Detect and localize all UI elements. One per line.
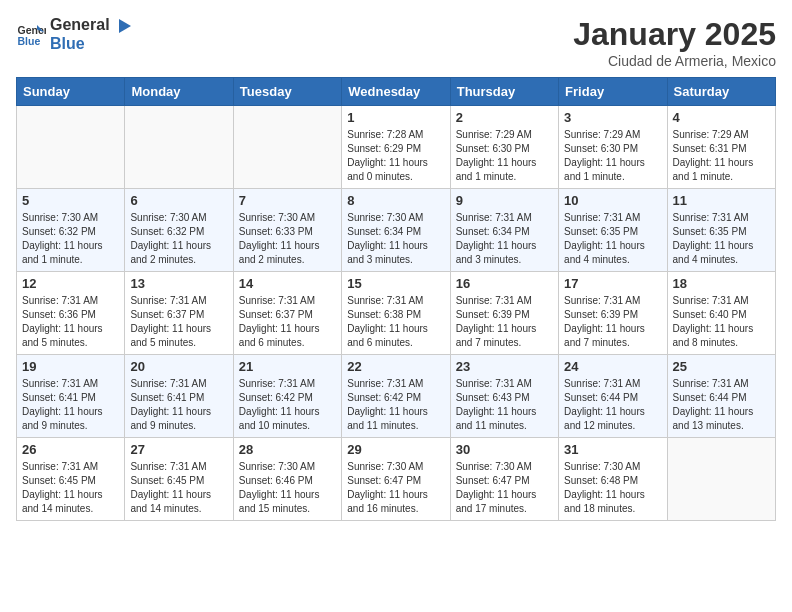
calendar-table: Sunday Monday Tuesday Wednesday Thursday… (16, 77, 776, 521)
day-number: 5 (22, 193, 119, 208)
day-number: 16 (456, 276, 553, 291)
day-number: 2 (456, 110, 553, 125)
day-number: 4 (673, 110, 770, 125)
calendar-cell: 12Sunrise: 7:31 AM Sunset: 6:36 PM Dayli… (17, 272, 125, 355)
calendar-cell: 20Sunrise: 7:31 AM Sunset: 6:41 PM Dayli… (125, 355, 233, 438)
calendar-cell: 24Sunrise: 7:31 AM Sunset: 6:44 PM Dayli… (559, 355, 667, 438)
day-number: 25 (673, 359, 770, 374)
calendar-week-2: 5Sunrise: 7:30 AM Sunset: 6:32 PM Daylig… (17, 189, 776, 272)
col-thursday: Thursday (450, 78, 558, 106)
day-number: 21 (239, 359, 336, 374)
day-info: Sunrise: 7:31 AM Sunset: 6:37 PM Dayligh… (239, 294, 336, 350)
day-number: 18 (673, 276, 770, 291)
calendar-week-3: 12Sunrise: 7:31 AM Sunset: 6:36 PM Dayli… (17, 272, 776, 355)
day-info: Sunrise: 7:30 AM Sunset: 6:33 PM Dayligh… (239, 211, 336, 267)
calendar-cell: 28Sunrise: 7:30 AM Sunset: 6:46 PM Dayli… (233, 438, 341, 521)
day-info: Sunrise: 7:31 AM Sunset: 6:45 PM Dayligh… (130, 460, 227, 516)
day-info: Sunrise: 7:31 AM Sunset: 6:36 PM Dayligh… (22, 294, 119, 350)
day-number: 9 (456, 193, 553, 208)
calendar-cell: 31Sunrise: 7:30 AM Sunset: 6:48 PM Dayli… (559, 438, 667, 521)
day-info: Sunrise: 7:30 AM Sunset: 6:47 PM Dayligh… (347, 460, 444, 516)
day-info: Sunrise: 7:31 AM Sunset: 6:34 PM Dayligh… (456, 211, 553, 267)
title-area: January 2025 Ciudad de Armeria, Mexico (573, 16, 776, 69)
day-info: Sunrise: 7:31 AM Sunset: 6:35 PM Dayligh… (564, 211, 661, 267)
day-info: Sunrise: 7:29 AM Sunset: 6:30 PM Dayligh… (456, 128, 553, 184)
day-number: 26 (22, 442, 119, 457)
calendar-cell: 21Sunrise: 7:31 AM Sunset: 6:42 PM Dayli… (233, 355, 341, 438)
page-header: General Blue General Blue January 2025 C… (16, 16, 776, 69)
calendar-cell: 4Sunrise: 7:29 AM Sunset: 6:31 PM Daylig… (667, 106, 775, 189)
day-info: Sunrise: 7:29 AM Sunset: 6:30 PM Dayligh… (564, 128, 661, 184)
calendar-cell: 19Sunrise: 7:31 AM Sunset: 6:41 PM Dayli… (17, 355, 125, 438)
day-number: 8 (347, 193, 444, 208)
day-number: 10 (564, 193, 661, 208)
day-info: Sunrise: 7:30 AM Sunset: 6:46 PM Dayligh… (239, 460, 336, 516)
day-info: Sunrise: 7:30 AM Sunset: 6:47 PM Dayligh… (456, 460, 553, 516)
svg-text:Blue: Blue (18, 35, 41, 47)
calendar-cell: 22Sunrise: 7:31 AM Sunset: 6:42 PM Dayli… (342, 355, 450, 438)
day-number: 29 (347, 442, 444, 457)
calendar-cell: 17Sunrise: 7:31 AM Sunset: 6:39 PM Dayli… (559, 272, 667, 355)
day-number: 12 (22, 276, 119, 291)
svg-marker-2 (119, 19, 131, 33)
calendar-cell: 5Sunrise: 7:30 AM Sunset: 6:32 PM Daylig… (17, 189, 125, 272)
calendar-cell: 3Sunrise: 7:29 AM Sunset: 6:30 PM Daylig… (559, 106, 667, 189)
calendar-cell (125, 106, 233, 189)
day-info: Sunrise: 7:31 AM Sunset: 6:37 PM Dayligh… (130, 294, 227, 350)
calendar-week-4: 19Sunrise: 7:31 AM Sunset: 6:41 PM Dayli… (17, 355, 776, 438)
logo-blue-text: Blue (50, 35, 85, 52)
day-number: 23 (456, 359, 553, 374)
calendar-cell: 15Sunrise: 7:31 AM Sunset: 6:38 PM Dayli… (342, 272, 450, 355)
logo-arrow-icon (115, 17, 133, 35)
calendar-cell: 27Sunrise: 7:31 AM Sunset: 6:45 PM Dayli… (125, 438, 233, 521)
day-info: Sunrise: 7:31 AM Sunset: 6:41 PM Dayligh… (130, 377, 227, 433)
day-number: 19 (22, 359, 119, 374)
day-number: 1 (347, 110, 444, 125)
col-sunday: Sunday (17, 78, 125, 106)
day-info: Sunrise: 7:31 AM Sunset: 6:42 PM Dayligh… (347, 377, 444, 433)
calendar-cell: 30Sunrise: 7:30 AM Sunset: 6:47 PM Dayli… (450, 438, 558, 521)
calendar-week-5: 26Sunrise: 7:31 AM Sunset: 6:45 PM Dayli… (17, 438, 776, 521)
day-info: Sunrise: 7:31 AM Sunset: 6:41 PM Dayligh… (22, 377, 119, 433)
day-info: Sunrise: 7:31 AM Sunset: 6:35 PM Dayligh… (673, 211, 770, 267)
location-subtitle: Ciudad de Armeria, Mexico (573, 53, 776, 69)
calendar-cell: 1Sunrise: 7:28 AM Sunset: 6:29 PM Daylig… (342, 106, 450, 189)
calendar-cell: 7Sunrise: 7:30 AM Sunset: 6:33 PM Daylig… (233, 189, 341, 272)
day-number: 11 (673, 193, 770, 208)
calendar-cell: 8Sunrise: 7:30 AM Sunset: 6:34 PM Daylig… (342, 189, 450, 272)
calendar-cell: 11Sunrise: 7:31 AM Sunset: 6:35 PM Dayli… (667, 189, 775, 272)
day-number: 24 (564, 359, 661, 374)
calendar-cell (17, 106, 125, 189)
day-info: Sunrise: 7:31 AM Sunset: 6:45 PM Dayligh… (22, 460, 119, 516)
day-info: Sunrise: 7:30 AM Sunset: 6:34 PM Dayligh… (347, 211, 444, 267)
day-number: 7 (239, 193, 336, 208)
month-title: January 2025 (573, 16, 776, 53)
col-monday: Monday (125, 78, 233, 106)
day-info: Sunrise: 7:31 AM Sunset: 6:42 PM Dayligh… (239, 377, 336, 433)
calendar-cell (667, 438, 775, 521)
day-number: 30 (456, 442, 553, 457)
calendar-cell: 23Sunrise: 7:31 AM Sunset: 6:43 PM Dayli… (450, 355, 558, 438)
day-number: 14 (239, 276, 336, 291)
day-number: 28 (239, 442, 336, 457)
calendar-cell (233, 106, 341, 189)
day-info: Sunrise: 7:31 AM Sunset: 6:44 PM Dayligh… (673, 377, 770, 433)
day-number: 13 (130, 276, 227, 291)
logo: General Blue General Blue (16, 16, 133, 52)
calendar-cell: 25Sunrise: 7:31 AM Sunset: 6:44 PM Dayli… (667, 355, 775, 438)
calendar-cell: 13Sunrise: 7:31 AM Sunset: 6:37 PM Dayli… (125, 272, 233, 355)
calendar-week-1: 1Sunrise: 7:28 AM Sunset: 6:29 PM Daylig… (17, 106, 776, 189)
logo-general-text: General (50, 16, 110, 33)
calendar-header-row: Sunday Monday Tuesday Wednesday Thursday… (17, 78, 776, 106)
day-info: Sunrise: 7:30 AM Sunset: 6:32 PM Dayligh… (22, 211, 119, 267)
day-info: Sunrise: 7:31 AM Sunset: 6:40 PM Dayligh… (673, 294, 770, 350)
calendar-cell: 26Sunrise: 7:31 AM Sunset: 6:45 PM Dayli… (17, 438, 125, 521)
day-info: Sunrise: 7:28 AM Sunset: 6:29 PM Dayligh… (347, 128, 444, 184)
day-info: Sunrise: 7:30 AM Sunset: 6:48 PM Dayligh… (564, 460, 661, 516)
calendar-cell: 6Sunrise: 7:30 AM Sunset: 6:32 PM Daylig… (125, 189, 233, 272)
day-info: Sunrise: 7:30 AM Sunset: 6:32 PM Dayligh… (130, 211, 227, 267)
day-number: 17 (564, 276, 661, 291)
logo-icon: General Blue (16, 19, 46, 49)
col-saturday: Saturday (667, 78, 775, 106)
day-number: 15 (347, 276, 444, 291)
